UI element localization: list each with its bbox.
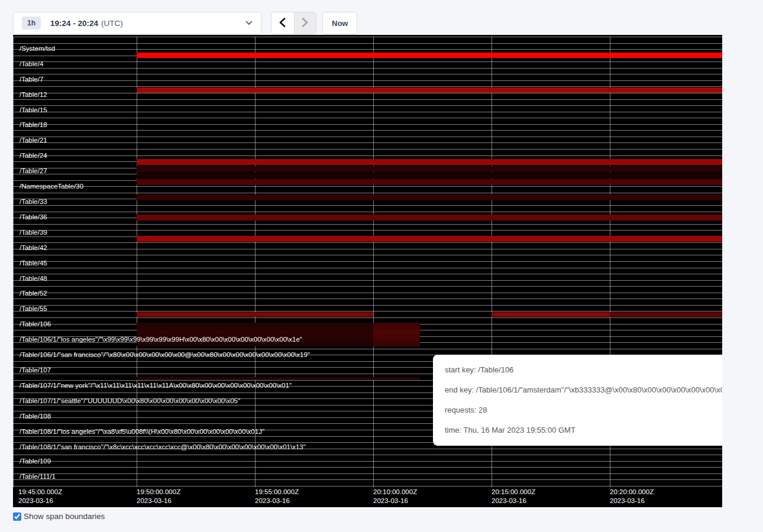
span-boundary-gridline — [13, 486, 722, 486]
heatmap-band[interactable] — [137, 53, 722, 58]
chevron-left-icon — [279, 18, 286, 29]
span-boundary-gridline — [13, 467, 722, 468]
row-label: /Table/7 — [20, 76, 43, 83]
span-boundary-gridline — [13, 274, 722, 274]
x-axis-tick-time: 19:55:00.000Z — [255, 488, 299, 497]
time-gridline — [13, 37, 14, 487]
x-axis-tick: 19:50:00.000Z2023-03-16 — [137, 488, 180, 505]
heatmap-band[interactable] — [137, 377, 420, 380]
timezone-label: (UTC) — [101, 19, 123, 28]
span-boundary-gridline — [13, 112, 722, 112]
span-boundary-gridline — [13, 149, 722, 150]
span-boundary-gridline — [13, 268, 722, 268]
heatmap-band[interactable] — [373, 335, 420, 340]
span-boundary-gridline — [13, 299, 722, 299]
heatmap-band[interactable] — [373, 329, 420, 335]
row-label: /Table/48 — [20, 275, 47, 283]
row-label: /Table/111/1 — [20, 473, 56, 481]
span-boundary-gridline — [13, 261, 722, 262]
x-axis-tick-time: 20:20:00.000Z — [610, 488, 654, 497]
span-boundary-gridline — [13, 93, 722, 93]
heatmap-band[interactable] — [137, 215, 722, 220]
time-gridline — [255, 37, 256, 487]
heatmap-band[interactable] — [137, 173, 722, 179]
row-label: /Table/12 — [20, 91, 47, 99]
row-label: /Table/55 — [20, 305, 47, 313]
span-boundary-gridline — [13, 80, 722, 81]
row-label: /Table/45 — [20, 259, 47, 267]
span-boundary-gridline — [13, 142, 722, 143]
span-boundary-gridline — [13, 124, 722, 125]
span-boundary-gridline — [13, 74, 722, 74]
time-range-selector[interactable]: 1h 19:24 - 20:24 (UTC) — [13, 12, 261, 34]
row-label: /NamespaceTable/30 — [20, 183, 83, 190]
row-label: /Table/27 — [20, 167, 47, 175]
heatmap-band[interactable] — [137, 194, 722, 200]
x-axis-tick-date: 2023-03-16 — [255, 497, 299, 505]
row-label: /Table/107 — [20, 366, 51, 374]
x-axis-tick: 20:20:00.000Z2023-03-16 — [610, 488, 654, 505]
span-boundary-gridline — [13, 155, 722, 156]
row-label: /Table/109 — [20, 458, 51, 465]
row-label: /Table/39 — [20, 229, 47, 236]
span-boundary-gridline — [13, 286, 722, 287]
row-label: /Table/107/1/"new york"/"\x11\x11\x11\x1… — [20, 382, 292, 390]
row-label: /Table/36 — [20, 213, 47, 221]
heatmap-band[interactable] — [373, 340, 420, 346]
row-label: /System/tsd — [20, 45, 55, 53]
span-boundary-gridline — [13, 49, 722, 50]
row-label: /Table/106/1/"san francisco"/"\x80\x00\x… — [20, 351, 310, 359]
span-boundary-gridline — [13, 205, 722, 206]
span-boundary-gridline — [13, 455, 722, 455]
row-label: /Table/106/1/"los angeles"/"\x99\x99\x99… — [20, 336, 302, 343]
show-span-boundaries-control: Show span boundaries — [13, 512, 105, 521]
heatmap-band[interactable] — [492, 312, 610, 317]
span-boundary-gridline — [13, 43, 722, 44]
row-label: /Table/4 — [20, 60, 43, 68]
prev-button[interactable] — [271, 12, 294, 34]
key-visualizer-canvas[interactable]: 20:20:00.000Z2023-03-1620:15:00.000Z2023… — [13, 35, 722, 507]
row-label: /Table/108 — [20, 413, 51, 420]
time-gridline — [373, 37, 374, 487]
span-boundary-gridline — [13, 61, 722, 62]
heatmap-band[interactable] — [137, 312, 373, 317]
heatmap-band[interactable] — [137, 166, 722, 172]
row-label: /Table/42 — [20, 244, 47, 252]
x-axis-tick-time: 20:10:00.000Z — [373, 488, 417, 497]
x-axis-tick-date: 2023-03-16 — [373, 497, 417, 505]
row-label: /Table/108/1/"san francisco"/"\x8c\xcc\x… — [20, 443, 306, 451]
x-axis-tick-time: 19:45:00.000Z — [18, 488, 62, 497]
now-button[interactable]: Now — [322, 12, 357, 34]
show-span-boundaries-checkbox[interactable] — [13, 512, 21, 521]
span-boundary-gridline — [13, 224, 722, 225]
heatmap-band[interactable] — [137, 87, 722, 93]
chevron-right-icon — [302, 18, 308, 29]
heatmap-band[interactable] — [373, 323, 420, 329]
next-button[interactable] — [294, 12, 316, 34]
span-boundary-gridline — [13, 37, 722, 37]
x-axis-tick: 19:45:00.000Z2023-03-16 — [18, 488, 62, 505]
row-label: /Table/21 — [20, 137, 47, 144]
show-span-boundaries-label: Show span boundaries — [24, 512, 105, 521]
heatmap-band[interactable] — [137, 179, 722, 185]
heatmap-band[interactable] — [137, 236, 722, 242]
duration-badge: 1h — [22, 17, 41, 30]
heatmap-band[interactable] — [610, 312, 722, 317]
span-boundary-gridline — [13, 186, 722, 187]
span-boundary-gridline — [13, 68, 722, 69]
span-boundary-gridline — [13, 137, 722, 137]
x-axis-tick-time: 20:15:00.000Z — [492, 488, 535, 497]
span-boundary-gridline — [13, 317, 722, 318]
row-label: /Table/107/1/"seattle"/"UUUUUUD\x00\x80\… — [20, 397, 240, 405]
tooltip-start-key: start key: /Table/106 — [445, 360, 722, 380]
row-label: /Table/106 — [20, 320, 51, 328]
x-axis-tick-date: 2023-03-16 — [18, 497, 62, 505]
time-range-label: 19:24 - 20:24 — [50, 19, 98, 28]
span-boundary-gridline — [13, 99, 722, 100]
tooltip-time: time: Thu, 16 Mar 2023 19:55:00 GMT — [445, 420, 722, 440]
heatmap-band[interactable] — [137, 329, 373, 335]
chevron-down-icon — [245, 21, 253, 25]
heatmap-band[interactable] — [137, 159, 722, 165]
span-boundary-gridline — [13, 255, 722, 255]
heatmap-band[interactable] — [137, 323, 373, 329]
